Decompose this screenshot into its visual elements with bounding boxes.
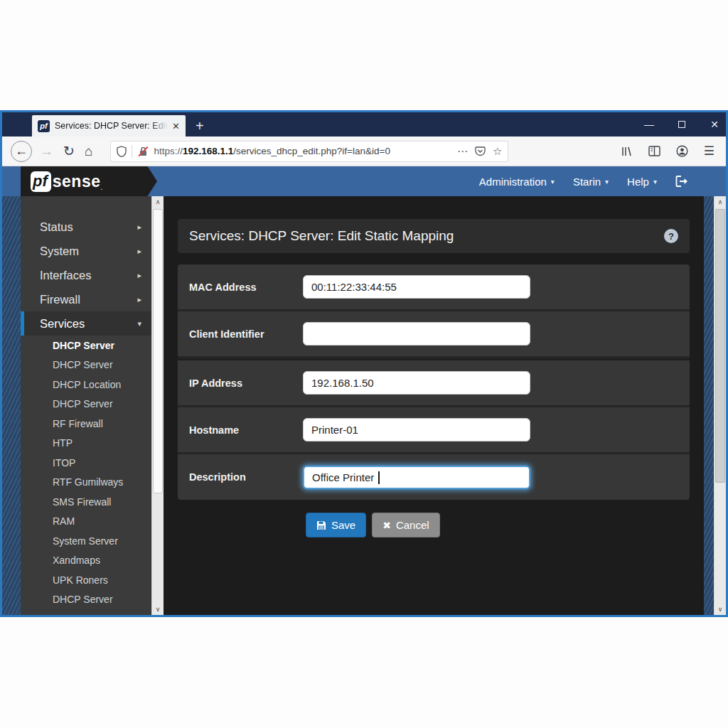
account-icon[interactable] <box>676 145 688 157</box>
sidebar-subitem[interactable]: RAM <box>21 512 151 532</box>
sidebar-subitem-label: UPK Roners <box>53 574 108 586</box>
sidebar-subitem[interactable]: SMS Firewall <box>21 492 151 512</box>
chevron-right-icon: ▸ <box>137 247 141 256</box>
sidebar-subitem-label: DHCP Server <box>53 398 113 410</box>
save-disk-icon <box>316 520 326 530</box>
sidebar-subitem[interactable]: DHCP Server <box>21 590 151 610</box>
help-icon[interactable]: ? <box>664 229 678 243</box>
url-bar[interactable]: https://192.168.1.1/services_dhcp_edit.p… <box>110 141 508 162</box>
nav-administration[interactable]: Administration ▾ <box>479 176 555 188</box>
chevron-down-icon: ▾ <box>551 178 555 186</box>
hostname-input[interactable] <box>303 418 530 441</box>
logout-icon <box>675 176 689 187</box>
pocket-icon[interactable] <box>475 146 486 156</box>
sidebar-subitem[interactable]: HTP <box>21 434 151 454</box>
menu-icon[interactable]: ☰ <box>704 144 714 159</box>
minimize-button[interactable]: — <box>643 119 655 130</box>
url-host: 192.168.1.1 <box>183 146 233 156</box>
browser-tab-active[interactable]: pf Services: DHCP Server: Edit S ✕ <box>32 115 186 136</box>
mac-address-input[interactable] <box>303 275 530 299</box>
sidebar-item-firewall[interactable]: Firewall ▸ <box>21 287 151 311</box>
scroll-down-icon[interactable]: ∨ <box>714 604 726 615</box>
shield-icon[interactable] <box>117 146 127 157</box>
chevron-right-icon: ▸ <box>137 223 141 232</box>
page-background-left <box>2 196 21 615</box>
description-label: Description <box>189 471 303 483</box>
hostname-label: Hostname <box>189 424 303 436</box>
pfsense-page: Status ▸ System ▸ Interfaces ▸ Firewall … <box>2 196 726 615</box>
page-background-right <box>704 196 714 615</box>
library-icon[interactable] <box>621 146 633 157</box>
nav-help[interactable]: Help ▾ <box>627 176 657 188</box>
sidebar-subitem[interactable]: DHCP Server <box>21 395 151 414</box>
url-path: /services_dhcp_edit.php?if=lan&id=0 <box>233 146 390 156</box>
sidebar-subitem[interactable]: DHCP Server <box>21 355 151 375</box>
form-row-description: Description <box>178 454 690 500</box>
scrollbar-thumb[interactable] <box>153 209 163 493</box>
sidebar-subitem[interactable]: RF Firewall <box>21 414 151 434</box>
browser-tab-bar: pf Services: DHCP Server: Edit S ✕ + — ✕ <box>2 112 726 136</box>
sidebar-subitem[interactable]: RTF Gumilways <box>21 473 151 493</box>
sidebar-subitem[interactable]: System Server <box>21 531 151 551</box>
client-identifier-input[interactable] <box>303 322 530 346</box>
form-row-hostname: Hostname <box>178 407 690 454</box>
sidebar-item-label: Interfaces <box>40 269 91 282</box>
pfsense-header: pf sense . Administration ▾ Starin ▾ Hel… <box>2 166 726 196</box>
chevron-down-icon: ▾ <box>605 178 609 186</box>
home-button[interactable]: ⌂ <box>85 144 92 158</box>
nav-user-menu[interactable]: Starin ▾ <box>573 176 609 188</box>
sidebar-item-status[interactable]: Status ▸ <box>21 215 151 239</box>
sidebar-scrollbar[interactable]: ∧ ∨ <box>151 196 164 615</box>
pfsense-logo-sense: sense <box>53 172 101 191</box>
pfsense-logo[interactable]: pf sense . <box>21 166 157 196</box>
close-window-button[interactable]: ✕ <box>709 119 720 130</box>
sidebar-subitem[interactable]: UPK Roners <box>21 570 151 590</box>
sidebar-subitem[interactable]: Xandmaps <box>21 551 151 571</box>
forward-button[interactable]: → <box>40 144 53 158</box>
scrollbar-thumb[interactable] <box>715 209 725 483</box>
nav-help-label: Help <box>627 176 649 188</box>
bookmark-star-icon[interactable]: ☆ <box>493 145 502 158</box>
toolbar-right-icons: ☰ <box>621 144 719 159</box>
sidebar-subitem-label: SMS Firewall <box>53 496 111 508</box>
logout-button[interactable] <box>675 176 689 187</box>
form-actions: Save ✖ Cancel <box>306 513 690 537</box>
chevron-down-icon: ▾ <box>653 178 657 186</box>
sidebar-toggle-icon[interactable] <box>648 146 660 156</box>
ip-address-input[interactable] <box>303 371 530 395</box>
save-button[interactable]: Save <box>306 513 366 537</box>
chevron-right-icon: ▸ <box>137 271 141 280</box>
chevron-down-icon: ▾ <box>137 319 141 328</box>
sidebar-item-label: System <box>40 245 79 258</box>
insecure-lock-icon[interactable] <box>138 146 149 157</box>
back-button[interactable]: ← <box>11 141 32 162</box>
scroll-up-icon[interactable]: ∧ <box>714 196 726 208</box>
desktop-background: pf Services: DHCP Server: Edit S ✕ + — ✕… <box>0 0 728 728</box>
pfsense-favicon-icon: pf <box>38 120 50 132</box>
sidebar-item-interfaces[interactable]: Interfaces ▸ <box>21 263 151 287</box>
ip-address-label: IP Address <box>189 378 303 389</box>
text-cursor <box>378 471 380 484</box>
cancel-button[interactable]: ✖ Cancel <box>372 513 439 537</box>
header-nav: Administration ▾ Starin ▾ Help ▾ <box>479 176 689 188</box>
page-actions-icon[interactable]: ⋯ <box>457 145 468 158</box>
new-tab-button[interactable]: + <box>196 119 204 133</box>
scroll-down-icon[interactable]: ∨ <box>152 604 164 615</box>
tab-close-icon[interactable]: ✕ <box>172 121 180 132</box>
sidebar-subitem[interactable]: DHCP Server <box>21 336 151 355</box>
url-text[interactable]: https://192.168.1.1/services_dhcp_edit.p… <box>154 146 450 156</box>
sidebar-subitem[interactable]: ITOP <box>21 453 151 473</box>
browser-window: pf Services: DHCP Server: Edit S ✕ + — ✕… <box>0 110 728 617</box>
sidebar-item-services[interactable]: Services ▾ <box>21 311 151 336</box>
description-input[interactable] <box>303 466 530 489</box>
refresh-button[interactable]: ↻ <box>63 144 75 158</box>
sidebar-subitem[interactable]: DHCP Location <box>21 375 151 395</box>
sidebar-subitem-label: Xandmaps <box>53 555 100 566</box>
sidebar-subitem-label: RF Firewall <box>53 418 103 429</box>
main-content: Services: DHCP Server: Edit Static Mappi… <box>164 196 704 615</box>
scroll-up-icon[interactable]: ∧ <box>152 196 164 208</box>
page-scrollbar[interactable]: ∧ ∨ <box>714 196 726 615</box>
client-identifier-label: Client Identifier <box>189 328 303 340</box>
maximize-button[interactable] <box>676 119 687 130</box>
sidebar-item-system[interactable]: System ▸ <box>21 239 151 263</box>
